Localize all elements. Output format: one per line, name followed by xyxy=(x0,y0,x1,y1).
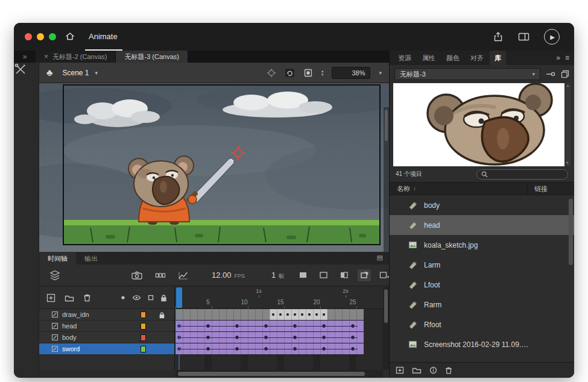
timeline-frames-area[interactable]: 1s2s 510152025 xyxy=(175,287,383,370)
current-frame-value[interactable]: 1 xyxy=(271,271,276,280)
stage-vertical-scrollbar[interactable] xyxy=(384,107,389,252)
tools-icon[interactable] xyxy=(14,63,39,76)
library-item[interactable]: Rarm xyxy=(390,295,574,315)
layer-row[interactable]: head xyxy=(39,321,174,332)
stage-canvas[interactable] xyxy=(39,83,389,252)
clip-content-icon[interactable] xyxy=(303,68,313,78)
fps-value[interactable]: 12.00 xyxy=(212,271,232,280)
library-item[interactable]: Rfoot xyxy=(390,315,574,334)
item-properties-info-icon[interactable] xyxy=(429,366,437,374)
scene-chevron-down-icon[interactable]: ▾ xyxy=(95,70,98,76)
share-icon[interactable] xyxy=(493,31,504,42)
layer-lock-state[interactable] xyxy=(159,312,166,319)
loop-range-icon[interactable] xyxy=(337,269,350,281)
library-item[interactable]: body xyxy=(390,195,574,215)
pin-library-icon[interactable] xyxy=(546,71,555,77)
timeline-tab[interactable]: 输出 xyxy=(76,252,106,265)
onion-skin-icon[interactable] xyxy=(296,269,309,281)
layer-lock-state[interactable] xyxy=(159,323,166,330)
app-tab-label[interactable]: Animate xyxy=(89,32,118,41)
timeline-vertical-scrollbar[interactable] xyxy=(383,287,389,370)
panel-tab[interactable]: 对齐 xyxy=(466,51,488,66)
onion-skin-outline-icon[interactable] xyxy=(317,269,330,281)
outline-color-icon[interactable] xyxy=(148,295,154,301)
zoom-window-button[interactable] xyxy=(49,33,56,40)
frame-row[interactable] xyxy=(175,332,364,343)
timeline-panel-menu-icon[interactable]: ▤ xyxy=(371,252,389,265)
panel-tab[interactable]: 颜色 xyxy=(441,51,464,66)
minimize-window-button[interactable] xyxy=(37,33,44,40)
show-hide-eye-icon[interactable] xyxy=(132,295,141,301)
column-link-label[interactable]: 链接 xyxy=(534,184,548,193)
library-item[interactable]: koala_sketch.jpg xyxy=(390,235,574,255)
document-tabbar: » ×无标题-2 (Canvas)无标题-3 (Canvas) xyxy=(14,51,389,63)
new-folder-icon[interactable] xyxy=(65,294,74,302)
new-layer-icon[interactable] xyxy=(46,293,55,302)
layer-type-icon xyxy=(51,311,58,318)
layer-lock-state[interactable] xyxy=(159,346,166,353)
library-document-select[interactable]: 无标题-3 ▾ xyxy=(394,68,540,80)
lock-layers-icon[interactable] xyxy=(160,294,167,302)
layer-color-swatch[interactable] xyxy=(141,334,146,341)
titlebar: Animate ▶ xyxy=(14,23,574,51)
delete-layer-trash-icon[interactable] xyxy=(83,293,91,302)
layer-row[interactable]: draw_idn xyxy=(39,309,174,321)
search-input[interactable] xyxy=(491,171,563,178)
frame-row[interactable] xyxy=(175,309,364,321)
column-divider[interactable] xyxy=(527,183,528,195)
layer-row[interactable]: body xyxy=(39,332,174,343)
panel-tab[interactable]: 资源 xyxy=(393,51,416,66)
library-item[interactable]: Screenshot 2016-02-29 11.09.… xyxy=(390,334,574,354)
panel-overflow-icon[interactable]: » xyxy=(556,54,560,62)
library-search-box[interactable] xyxy=(476,169,568,180)
tab-overflow-icon[interactable]: » xyxy=(14,51,36,63)
edit-multiple-frames-icon[interactable] xyxy=(358,269,371,281)
tab-close-icon[interactable]: × xyxy=(44,52,48,61)
new-folder-icon[interactable] xyxy=(412,367,422,374)
frames-view-icon[interactable] xyxy=(155,271,166,280)
library-item-label: Rfoot xyxy=(424,321,441,329)
close-window-button[interactable] xyxy=(25,33,32,40)
document-tab[interactable]: 无标题-3 (Canvas) xyxy=(116,51,188,63)
timeline-horizontal-scrollbar[interactable] xyxy=(175,370,383,378)
center-stage-icon[interactable] xyxy=(267,68,276,78)
highlight-layer-dot-icon[interactable] xyxy=(121,295,125,300)
timeline-ruler[interactable]: 1s2s 510152025 xyxy=(175,287,383,309)
preview-scrollbar[interactable]: ▴▾ xyxy=(565,83,571,166)
library-item[interactable]: head xyxy=(390,215,574,235)
layer-color-swatch[interactable] xyxy=(141,323,146,330)
camera-icon[interactable] xyxy=(131,271,143,280)
delete-item-trash-icon[interactable] xyxy=(445,366,452,374)
timeline-layers-column: draw_idnheadbodysword xyxy=(39,287,175,370)
zoom-level-field[interactable]: 38% xyxy=(332,67,370,79)
app-window: Animate ▶ » ×无标题-2 (Canvas)无标题-3 (Canvas… xyxy=(14,23,574,378)
scene-name[interactable]: Scene 1 xyxy=(63,69,89,77)
library-item[interactable]: Lfoot xyxy=(390,275,574,295)
panel-tab[interactable]: 属性 xyxy=(417,51,440,66)
home-icon[interactable] xyxy=(65,31,75,42)
frame-row[interactable] xyxy=(175,343,364,355)
layer-color-swatch[interactable] xyxy=(141,346,146,352)
test-movie-play-button[interactable]: ▶ xyxy=(544,29,560,45)
frame-row[interactable] xyxy=(175,321,364,332)
zoom-stepper[interactable]: ▴▾ xyxy=(321,69,324,77)
new-symbol-icon[interactable] xyxy=(396,366,404,374)
panel-tab[interactable]: 库 xyxy=(490,51,506,66)
layer-row[interactable]: sword xyxy=(39,343,174,355)
new-library-panel-icon[interactable] xyxy=(561,70,569,78)
library-scrollbar-thumb[interactable] xyxy=(569,199,573,265)
layer-color-swatch[interactable] xyxy=(141,312,146,318)
timeline-tab[interactable]: 时间轴 xyxy=(39,252,76,265)
rotation-tool-icon[interactable] xyxy=(285,68,295,78)
sort-ascending-icon[interactable]: ↑ xyxy=(413,186,416,192)
document-tab[interactable]: ×无标题-2 (Canvas) xyxy=(36,51,116,63)
layers-stack-icon[interactable] xyxy=(49,270,61,281)
workspace-layout-icon[interactable] xyxy=(518,32,530,42)
zoom-chevron-down-icon[interactable]: ▾ xyxy=(379,70,382,76)
layer-lock-state[interactable] xyxy=(159,334,166,342)
graph-editor-icon[interactable] xyxy=(178,271,189,280)
library-item[interactable]: Larm xyxy=(390,255,574,275)
column-name-label[interactable]: 名称 xyxy=(397,184,410,193)
panel-menu-icon[interactable]: ≡ xyxy=(565,54,569,62)
symbol-edit-icon[interactable]: ♣ xyxy=(46,67,53,78)
